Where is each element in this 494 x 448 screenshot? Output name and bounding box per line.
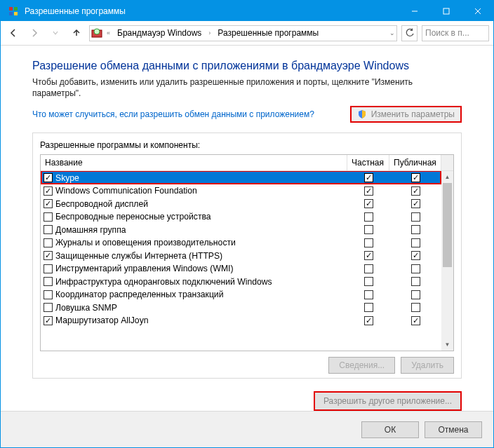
checkbox[interactable]: ✓	[44, 199, 53, 208]
checkbox[interactable]	[44, 303, 53, 312]
table-row[interactable]: ✓Защищенные службы Интернета (HTTPS)✓✓	[41, 249, 441, 262]
close-button[interactable]	[462, 1, 493, 21]
checkbox[interactable]	[44, 277, 53, 286]
cancel-button[interactable]: Отмена	[425, 421, 482, 438]
checkbox[interactable]	[364, 264, 373, 273]
table-row[interactable]: ✓Беспроводной дисплей✓✓	[41, 197, 441, 210]
checkbox[interactable]	[364, 290, 373, 299]
chevron-left-icon: «	[105, 29, 112, 36]
svg-rect-2	[9, 12, 13, 15]
checkbox[interactable]	[411, 264, 420, 273]
row-name: Домашняя группа	[55, 225, 126, 235]
table-row[interactable]: Домашняя группа	[41, 223, 441, 236]
risk-link[interactable]: Что может случиться, если разрешить обме…	[32, 109, 314, 119]
shield-icon	[357, 109, 367, 119]
checkbox[interactable]: ✓	[44, 316, 53, 325]
remove-button[interactable]: Удалить	[401, 357, 454, 374]
checkbox[interactable]	[411, 225, 420, 234]
table-row[interactable]: Координатор распределенных транзакций	[41, 288, 441, 301]
change-settings-button[interactable]: Изменить параметры	[350, 106, 462, 123]
checkbox[interactable]: ✓	[364, 173, 373, 182]
checkbox[interactable]	[44, 264, 53, 273]
row-name: Инструментарий управления Windows (WMI)	[55, 264, 234, 273]
checkbox[interactable]	[411, 238, 420, 247]
scrollbar-vertical[interactable]: ▲ ▼	[441, 171, 453, 351]
checkbox[interactable]: ✓	[411, 199, 420, 208]
checkbox[interactable]	[44, 238, 53, 247]
table-row[interactable]: Ловушка SNMP	[41, 301, 441, 314]
dialog-footer: ОК Отмена	[1, 411, 493, 447]
column-private[interactable]: Частная	[347, 155, 389, 170]
table-row[interactable]: ✓Маршрутизатор AllJoyn✓✓	[41, 314, 441, 327]
chevron-down-icon[interactable]: ⌄	[387, 29, 395, 36]
ok-button[interactable]: ОК	[361, 421, 419, 438]
checkbox[interactable]: ✓	[411, 173, 420, 182]
checkbox[interactable]	[411, 212, 420, 222]
refresh-button[interactable]	[401, 25, 418, 41]
checkbox[interactable]: ✓	[44, 251, 53, 260]
maximize-button[interactable]	[430, 1, 462, 21]
row-name: Защищенные службы Интернета (HTTPS)	[55, 251, 222, 261]
table-row[interactable]: Инструментарий управления Windows (WMI)	[41, 262, 441, 276]
row-name: Маршрутизатор AllJoyn	[55, 315, 149, 325]
back-button[interactable]	[5, 25, 22, 41]
table-row[interactable]: Инфраструктура одноранговых подключений …	[41, 275, 441, 288]
listview-body: ✓Skype✓✓✓Windows Communication Foundatio…	[41, 171, 453, 351]
checkbox[interactable]	[364, 225, 373, 234]
firewall-icon	[91, 27, 102, 39]
svg-rect-3	[14, 12, 18, 15]
checkbox[interactable]: ✓	[364, 316, 373, 325]
details-button[interactable]: Сведения...	[328, 357, 395, 374]
checkbox[interactable]: ✓	[411, 251, 420, 260]
page-heading: Разрешение обмена данными с приложениями…	[32, 60, 462, 72]
breadcrumb[interactable]: « Брандмауэр Windows › Разрешенные прогр…	[89, 25, 397, 41]
row-name: Беспроводные переносные устройства	[55, 212, 211, 222]
row-name: Windows Communication Foundation	[55, 186, 197, 196]
search-input[interactable]: Поиск в п...	[422, 25, 489, 41]
checkbox[interactable]	[44, 290, 53, 299]
scroll-up-icon[interactable]: ▲	[441, 171, 453, 183]
table-row[interactable]: Журналы и оповещения производительности	[41, 236, 441, 250]
checkbox[interactable]: ✓	[44, 173, 53, 182]
checkbox[interactable]	[411, 277, 420, 286]
row-name: Координатор распределенных транзакций	[55, 290, 223, 299]
checkbox[interactable]: ✓	[411, 186, 420, 196]
app-icon	[8, 6, 19, 17]
minimize-button[interactable]	[399, 1, 430, 21]
page-subtext: Чтобы добавить, изменить или удалить раз…	[32, 76, 462, 99]
row-name: Беспроводной дисплей	[55, 199, 148, 209]
history-dropdown[interactable]	[47, 25, 64, 41]
forward-button[interactable]	[26, 25, 43, 41]
table-row[interactable]: Беспроводные переносные устройства	[41, 210, 441, 224]
scroll-down-icon[interactable]: ▼	[441, 339, 453, 351]
row-name: Журналы и оповещения производительности	[55, 238, 236, 247]
checkbox[interactable]: ✓	[411, 316, 420, 325]
checkbox[interactable]	[364, 277, 373, 286]
table-row[interactable]: ✓Skype✓✓	[41, 171, 441, 184]
chevron-right-icon: ›	[207, 29, 212, 36]
allow-another-app-button[interactable]: Разрешить другое приложение...	[314, 391, 462, 411]
row-name: Skype	[55, 173, 79, 183]
checkbox[interactable]: ✓	[44, 186, 53, 196]
checkbox[interactable]	[44, 212, 53, 222]
address-bar: « Брандмауэр Windows › Разрешенные прогр…	[1, 21, 493, 46]
checkbox[interactable]	[364, 212, 373, 222]
checkbox[interactable]: ✓	[364, 199, 373, 208]
checkbox[interactable]: ✓	[364, 251, 373, 260]
svg-rect-5	[443, 8, 449, 14]
breadcrumb-root[interactable]: Брандмауэр Windows	[114, 28, 204, 38]
checkbox[interactable]	[411, 290, 420, 299]
checkbox[interactable]	[364, 238, 373, 247]
programs-listview[interactable]: Название Частная Публичная ✓Skype✓✓✓Wind…	[40, 154, 454, 351]
checkbox[interactable]	[364, 303, 373, 312]
column-scroll-gutter	[441, 155, 453, 170]
column-public[interactable]: Публичная	[389, 155, 441, 170]
checkbox[interactable]	[44, 225, 53, 234]
breadcrumb-current[interactable]: Разрешенные программы	[215, 28, 321, 38]
checkbox[interactable]	[411, 303, 420, 312]
column-name[interactable]: Название	[41, 155, 347, 170]
checkbox[interactable]: ✓	[364, 186, 373, 196]
up-button[interactable]	[68, 25, 85, 41]
scroll-thumb[interactable]	[443, 183, 452, 267]
table-row[interactable]: ✓Windows Communication Foundation✓✓	[41, 184, 441, 198]
